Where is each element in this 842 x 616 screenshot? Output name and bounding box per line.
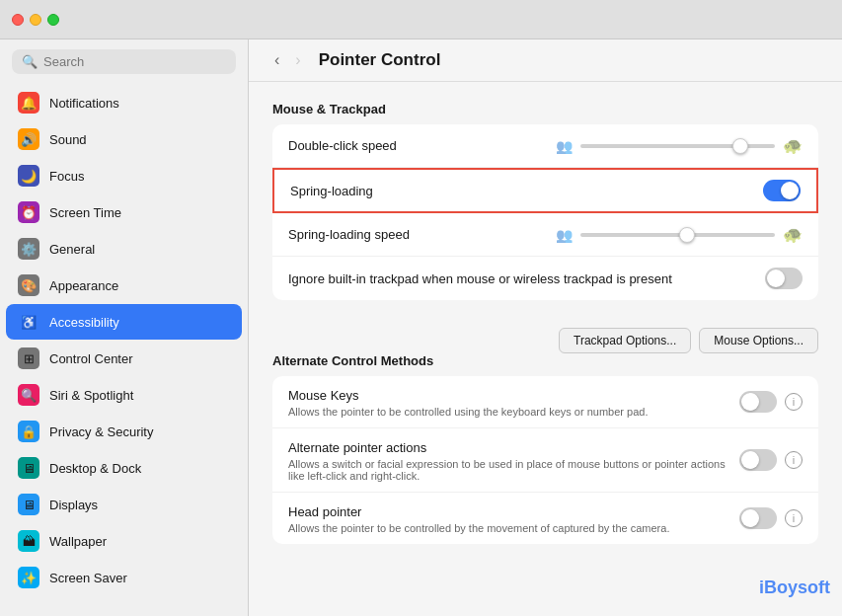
privacy-security-label: Privacy & Security — [49, 424, 153, 439]
minimize-button[interactable] — [30, 14, 41, 26]
close-button[interactable] — [12, 14, 24, 26]
screen-time-icon: ⏰ — [18, 201, 39, 223]
spring-loading-speed-slider-track[interactable] — [580, 233, 775, 237]
appearance-icon: 🎨 — [18, 274, 39, 296]
section-title-alternate-control-methods: Alternate Control Methods — [272, 353, 818, 368]
settings-row-ignore-trackpad: Ignore built-in trackpad when mouse or w… — [272, 257, 818, 300]
double-click-speed-slider-icon-left: 👥 — [556, 138, 573, 154]
notifications-label: Notifications — [49, 96, 119, 111]
search-icon: 🔍 — [22, 54, 38, 69]
sidebar-item-desktop-dock[interactable]: 🖥Desktop & Dock — [6, 450, 242, 486]
wallpaper-icon: 🏔 — [18, 530, 39, 552]
mouse-keys-left: Mouse KeysAllows the pointer to be contr… — [288, 386, 739, 418]
head-pointer-toggle-knob — [741, 509, 759, 527]
focus-icon: 🌙 — [18, 165, 39, 187]
siri-spotlight-icon: 🔍 — [18, 384, 39, 406]
maximize-button[interactable] — [47, 14, 59, 26]
desktop-dock-label: Desktop & Dock — [49, 461, 141, 476]
double-click-speed-slider-thumb[interactable] — [732, 138, 748, 154]
traffic-lights — [12, 14, 59, 26]
section-title-mouse-trackpad: Mouse & Trackpad — [272, 102, 818, 116]
mouse-keys-toggle[interactable] — [739, 391, 777, 413]
control-center-label: Control Center — [49, 351, 133, 366]
alternate-pointer-actions-sublabel: Allows a switch or facial expression to … — [288, 458, 739, 482]
sidebar-item-screen-saver[interactable]: ✨Screen Saver — [6, 560, 242, 595]
settings-row-spring-loading-speed: Spring-loading speed👥🐢 — [272, 213, 818, 257]
mouse-trackpad-buttons-row: Trackpad Options...Mouse Options... — [272, 320, 818, 353]
sidebar-item-sound[interactable]: 🔊Sound — [6, 121, 242, 157]
desktop-dock-icon: 🖥 — [18, 457, 39, 479]
mouse-keys-sublabel: Allows the pointer to be controlled usin… — [288, 406, 739, 418]
spring-loading-label: Spring-loading — [290, 184, 373, 198]
settings-row-double-click-speed: Double-click speed👥🐢 — [272, 124, 818, 168]
ignore-trackpad-left: Ignore built-in trackpad when mouse or w… — [288, 270, 765, 287]
content-area: ‹ › Pointer Control Mouse & TrackpadDoub… — [249, 39, 842, 616]
search-input[interactable] — [43, 54, 226, 69]
sidebar-item-notifications[interactable]: 🔔Notifications — [6, 85, 242, 120]
double-click-speed-slider-track[interactable] — [580, 144, 775, 148]
sidebar-item-appearance[interactable]: 🎨Appearance — [6, 268, 242, 303]
siri-spotlight-label: Siri & Spotlight — [49, 388, 133, 403]
displays-label: Displays — [49, 498, 98, 512]
spring-loading-toggle[interactable] — [763, 180, 801, 201]
sidebar-item-privacy-security[interactable]: 🔒Privacy & Security — [6, 414, 242, 449]
section-mouse-trackpad: Mouse & TrackpadDouble-click speed👥🐢Spri… — [272, 102, 818, 353]
settings-row-spring-loading: Spring-loading — [272, 168, 818, 213]
settings-row-mouse-keys: Mouse KeysAllows the pointer to be contr… — [272, 376, 818, 428]
sidebar-item-siri-spotlight[interactable]: 🔍Siri & Spotlight — [6, 377, 242, 413]
focus-label: Focus — [49, 169, 84, 184]
sidebar-list: 🔔Notifications🔊Sound🌙Focus⏰Screen Time⚙️… — [0, 84, 248, 596]
screen-time-label: Screen Time — [49, 205, 121, 220]
title-bar — [0, 0, 842, 39]
sidebar: 🔍 🔔Notifications🔊Sound🌙Focus⏰Screen Time… — [0, 39, 249, 616]
alternate-pointer-actions-info-icon[interactable]: i — [785, 451, 803, 469]
spring-loading-speed-label: Spring-loading speed — [288, 227, 556, 242]
page-title: Pointer Control — [319, 50, 441, 70]
alternate-pointer-actions-toggle-knob — [741, 451, 759, 469]
double-click-speed-label: Double-click speed — [288, 138, 556, 153]
spring-loading-speed-slider-icon-left: 👥 — [556, 227, 573, 243]
control-center-icon: ⊞ — [18, 347, 39, 369]
ignore-trackpad-label: Ignore built-in trackpad when mouse or w… — [288, 271, 672, 286]
spring-loading-speed-slider-thumb[interactable] — [679, 227, 695, 243]
content-header: ‹ › Pointer Control — [249, 39, 842, 82]
sidebar-item-accessibility[interactable]: ♿Accessibility — [6, 304, 242, 340]
head-pointer-sublabel: Allows the pointer to be controlled by t… — [288, 522, 739, 534]
mouse-options-button[interactable]: Mouse Options... — [699, 328, 818, 353]
sidebar-item-general[interactable]: ⚙️General — [6, 231, 242, 267]
screen-saver-label: Screen Saver — [49, 571, 127, 585]
sidebar-item-control-center[interactable]: ⊞Control Center — [6, 341, 242, 376]
settings-group-alternate-control-methods: Mouse KeysAllows the pointer to be contr… — [272, 376, 818, 544]
ignore-trackpad-toggle-knob — [767, 270, 785, 287]
mouse-keys-info-icon[interactable]: i — [785, 393, 803, 411]
sidebar-item-displays[interactable]: 🖥Displays — [6, 487, 242, 522]
sidebar-item-screen-time[interactable]: ⏰Screen Time — [6, 194, 242, 230]
general-label: General — [49, 242, 95, 257]
alternate-pointer-actions-left: Alternate pointer actionsAllows a switch… — [288, 438, 739, 482]
settings-group-mouse-trackpad: Double-click speed👥🐢Spring-loadingSpring… — [272, 124, 818, 300]
nav-arrows: ‹ › — [268, 49, 307, 71]
double-click-speed-slider-icon-right: 🐢 — [783, 136, 803, 155]
trackpad-options-button[interactable]: Trackpad Options... — [559, 328, 691, 353]
mouse-keys-label: Mouse Keys — [288, 388, 359, 403]
privacy-security-icon: 🔒 — [18, 421, 39, 442]
screen-saver-icon: ✨ — [18, 567, 39, 588]
mouse-keys-toggle-knob — [741, 393, 759, 411]
sidebar-item-focus[interactable]: 🌙Focus — [6, 158, 242, 193]
content-sections: Mouse & TrackpadDouble-click speed👥🐢Spri… — [272, 102, 818, 544]
spring-loading-toggle-knob — [781, 182, 799, 199]
ignore-trackpad-toggle[interactable] — [765, 268, 803, 289]
alternate-pointer-actions-toggle[interactable] — [739, 449, 777, 471]
forward-button[interactable]: › — [289, 49, 306, 71]
head-pointer-info-icon[interactable]: i — [785, 509, 803, 527]
appearance-label: Appearance — [49, 278, 118, 293]
sound-label: Sound — [49, 132, 87, 147]
head-pointer-toggle[interactable] — [739, 507, 777, 529]
back-button[interactable]: ‹ — [268, 49, 285, 71]
alternate-pointer-actions-label: Alternate pointer actions — [288, 440, 426, 455]
search-bar[interactable]: 🔍 — [12, 49, 236, 74]
sidebar-item-wallpaper[interactable]: 🏔Wallpaper — [6, 523, 242, 559]
wallpaper-label: Wallpaper — [49, 534, 107, 549]
head-pointer-label: Head pointer — [288, 504, 361, 519]
spring-loading-speed-slider-icon-right: 🐢 — [783, 225, 803, 244]
